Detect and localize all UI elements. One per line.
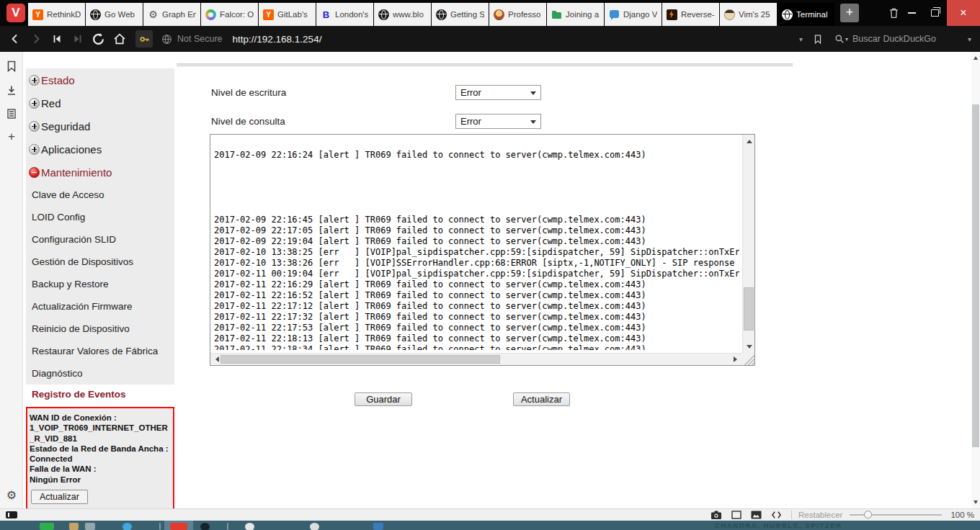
address-dropdown-icon[interactable]: ▾ — [795, 35, 807, 43]
tab-title: Falcor: O — [220, 10, 254, 19]
browser-tab[interactable]: Terminal — [778, 3, 834, 26]
browser-tab[interactable]: Django V — [605, 3, 662, 26]
sidebar-item-registro-de-eventos[interactable]: Registro de Eventos — [26, 385, 174, 404]
url-field[interactable]: http://192.168.1.254/ — [233, 34, 322, 45]
panel-toggle-icon[interactable] — [6, 511, 17, 518]
tiling-icon[interactable] — [731, 511, 741, 519]
sidebar-item[interactable]: Configuración SLID — [26, 228, 174, 251]
scroll-up-icon[interactable] — [743, 135, 755, 146]
key-icon[interactable] — [135, 30, 153, 48]
browser-tab[interactable]: GitLab's — [259, 3, 316, 26]
back-icon[interactable] — [4, 29, 25, 49]
taskbar-app-icon[interactable] — [40, 523, 54, 530]
close-button[interactable]: × — [947, 0, 980, 26]
tab-favicon-icon — [90, 9, 101, 20]
taskbar-app-icon[interactable] — [122, 523, 132, 530]
page-scrollbar[interactable] — [971, 52, 980, 508]
zoom-slider-knob[interactable] — [864, 511, 872, 518]
home-icon[interactable] — [109, 29, 130, 49]
add-panel-icon[interactable]: + — [6, 131, 17, 143]
query-level-select[interactable]: Error — [455, 114, 541, 129]
expand-toggle-icon[interactable] — [29, 144, 40, 155]
browser-tab[interactable]: Reverse- — [662, 3, 719, 26]
sidebar-section[interactable]: Seguridad — [26, 114, 174, 138]
write-level-select[interactable]: Error — [455, 85, 541, 100]
browser-tab[interactable]: Getting S — [432, 3, 489, 26]
page-actions-icon[interactable] — [771, 511, 782, 519]
search-field[interactable]: ▾ Buscar DuckDuckGo ▾ — [829, 30, 977, 48]
sidebar-section[interactable]: Estado — [26, 68, 174, 91]
sidebar-item[interactable]: Clave de Acceso — [26, 184, 174, 206]
event-log-textarea[interactable]: 2017-02-09 22:16:24 [alert ] TR069 faile… — [210, 134, 755, 366]
browser-tab[interactable]: London's — [316, 3, 373, 26]
log-vertical-scrollbar[interactable] — [742, 135, 754, 353]
images-toggle-icon[interactable] — [751, 511, 762, 519]
scroll-up-icon[interactable] — [971, 55, 980, 60]
scroll-down-icon[interactable] — [743, 341, 755, 353]
save-button[interactable]: Guardar — [355, 392, 412, 406]
expand-toggle-icon[interactable] — [29, 75, 40, 86]
search-placeholder: Buscar DuckDuckGo — [852, 34, 963, 44]
browser-tab[interactable]: Falcor: O — [201, 3, 258, 26]
scroll-down-icon[interactable] — [971, 500, 980, 506]
taskbar-app-icon[interactable] — [245, 523, 254, 530]
browser-tab[interactable]: Joining a — [547, 3, 604, 26]
browser-tab[interactable]: Go Web — [86, 3, 143, 26]
settings-gear-icon[interactable]: ⚙ — [6, 490, 17, 501]
zoom-reset-label[interactable]: Restablecer — [798, 511, 842, 519]
search-engine-dropdown-icon[interactable]: ▾ — [968, 35, 971, 43]
restore-button[interactable] — [924, 0, 945, 26]
taskbar-app-icon[interactable] — [310, 523, 319, 530]
trash-closed-tabs-icon[interactable] — [888, 6, 900, 22]
wan-refresh-button[interactable]: Actualizar — [31, 490, 88, 504]
rewind-icon[interactable] — [46, 29, 67, 49]
notes-panel-icon[interactable] — [6, 108, 17, 120]
taskbar-app-icon[interactable] — [69, 523, 79, 530]
vivaldi-menu-icon[interactable]: V — [6, 4, 25, 22]
taskbar-app-icon[interactable] — [200, 523, 210, 530]
expand-toggle-icon[interactable] — [29, 98, 40, 109]
browser-tab[interactable]: Vim's 25 — [720, 3, 777, 26]
browser-tab[interactable]: www.blo — [374, 3, 431, 26]
taskbar-app-icon[interactable] — [85, 523, 95, 530]
wallpaper-text: CHANDRA, HUBBLE, SPITZER — [715, 521, 842, 529]
sidebar-item[interactable]: Gestión de Dispositivos — [26, 251, 174, 273]
downloads-panel-icon[interactable] — [6, 85, 17, 96]
browser-tab[interactable]: Graph En — [143, 3, 200, 26]
resize-grip[interactable] — [742, 353, 754, 365]
reload-icon[interactable] — [88, 29, 109, 49]
browser-tab[interactable]: Professo — [489, 3, 546, 26]
sidebar-item[interactable]: Diagnóstico — [26, 362, 174, 385]
new-tab-button[interactable]: + — [840, 4, 859, 22]
taskbar-app-icon[interactable] — [170, 523, 187, 530]
log-horizontal-scrollbar[interactable] — [210, 353, 742, 365]
refresh-button[interactable]: Actualizar — [513, 392, 570, 406]
sidebar-section[interactable]: Red — [26, 91, 174, 114]
expand-toggle-icon[interactable] — [29, 167, 40, 178]
bookmark-icon[interactable] — [807, 34, 829, 45]
tab-strip: RethinkD Go Web Graph En Falcor: O GitLa… — [28, 3, 835, 26]
expand-toggle-icon[interactable] — [29, 121, 40, 132]
tab-favicon-icon — [667, 9, 677, 20]
log-line: 2017-02-11 22:16:52 [alert ] TR069 faile… — [214, 290, 739, 301]
capture-camera-icon[interactable] — [710, 511, 722, 520]
sidebar-section[interactable]: Mantenimiento — [26, 161, 174, 184]
page-scroll-thumb[interactable] — [972, 104, 979, 447]
sidebar-section[interactable]: Aplicaciones — [26, 138, 174, 161]
zoom-slider[interactable] — [850, 514, 942, 516]
horizontal-scroll-thumb[interactable] — [220, 355, 500, 364]
sidebar-item[interactable]: Reinicio de Dispositivo — [26, 318, 174, 340]
minimize-button[interactable] — [901, 0, 922, 26]
sidebar-item[interactable]: LOID Config — [26, 206, 174, 228]
browser-tab[interactable]: RethinkD — [28, 3, 85, 26]
fast-forward-icon[interactable] — [67, 29, 88, 49]
bookmarks-panel-icon[interactable] — [6, 60, 17, 72]
taskbar-app-icon[interactable] — [373, 523, 383, 530]
vertical-scroll-thumb[interactable] — [744, 287, 754, 331]
scroll-right-icon[interactable] — [730, 354, 742, 365]
sidebar-item[interactable]: Restaurar Valores de Fábrica — [26, 340, 174, 362]
sidebar-item[interactable]: Actualización Firmware — [26, 295, 174, 318]
forward-icon[interactable] — [25, 29, 46, 49]
sidebar-item[interactable]: Backup y Restore — [26, 273, 174, 295]
site-info-globe-icon[interactable] — [161, 34, 172, 45]
